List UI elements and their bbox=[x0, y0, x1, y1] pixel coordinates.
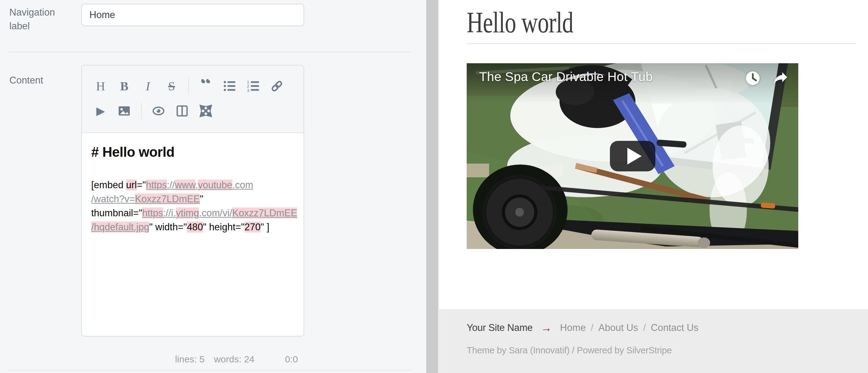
shortcode-url-text: .com bbox=[232, 179, 253, 191]
side-by-side-icon[interactable] bbox=[170, 101, 194, 121]
shortcode-text: =" bbox=[137, 179, 146, 191]
editor-statusbar: lines: 5 words: 24 0:0 bbox=[81, 354, 304, 365]
footer-link-about-us[interactable]: About Us bbox=[598, 322, 638, 334]
preview-icon[interactable] bbox=[147, 101, 170, 121]
shortcode-url-text: /watch?v= bbox=[91, 194, 135, 204]
heading-icon[interactable]: H bbox=[89, 76, 113, 96]
svg-text:3: 3 bbox=[247, 88, 249, 92]
footer-link-home[interactable]: Home bbox=[560, 322, 586, 334]
fullscreen-icon[interactable] bbox=[194, 101, 218, 121]
editor-text-line: [embed url="https://www.youtube.com bbox=[91, 178, 294, 192]
toolbar-row-2: ▶ bbox=[89, 98, 304, 123]
shortcode-url-text: .com/vi/ bbox=[199, 207, 232, 219]
toolbar-row-1: HBIS“123 bbox=[89, 74, 304, 98]
shortcode-url-text: Koxzz7LDmEE bbox=[232, 207, 297, 219]
markdown-editor: HBIS“123 ▶ # Hello world [embed url="htt… bbox=[81, 65, 304, 337]
shortcode-text: 270 bbox=[244, 222, 260, 232]
watch-later-icon[interactable] bbox=[745, 71, 760, 86]
footer-credit: Theme by Sara (Innovatif) / Powered by S… bbox=[467, 345, 672, 355]
editor-text-line: /hqdefault.jpg" width="480" height="270"… bbox=[91, 220, 294, 234]
shortcode-text: 480 bbox=[187, 222, 203, 232]
shortcode-text: [embed bbox=[91, 179, 126, 191]
insert-video-icon[interactable]: ▶ bbox=[89, 101, 113, 121]
footer-link-contact-us[interactable]: Contact Us bbox=[651, 322, 698, 334]
shortcode-text: " ] bbox=[260, 222, 269, 232]
crumb-separator: / bbox=[643, 322, 646, 334]
shortcode-url-text: Koxzz7LDmEE bbox=[135, 194, 199, 204]
italic-glyph: I bbox=[146, 79, 150, 93]
footer-nav-links: Home/About Us/Contact Us bbox=[560, 322, 699, 334]
arrow-right-icon: → bbox=[541, 322, 552, 334]
unordered-list-icon[interactable] bbox=[218, 76, 241, 96]
shortcode-text: " width=" bbox=[149, 222, 187, 232]
navigation-label: Navigation label bbox=[9, 6, 72, 33]
quote-icon[interactable]: “ bbox=[194, 76, 218, 96]
pane-splitter[interactable] bbox=[426, 0, 439, 373]
editor-text-line: thumbnail="https://i.ytimg.com/vi/Koxzz7… bbox=[91, 206, 294, 220]
link-icon[interactable] bbox=[265, 76, 289, 96]
play-button[interactable] bbox=[610, 141, 655, 171]
site-footer: Your Site Name → Home/About Us/Contact U… bbox=[439, 309, 868, 373]
cms-edit-pane: Navigation label Content HBIS“123 ▶ # He… bbox=[0, 0, 426, 373]
shortcode-url-text: :// bbox=[167, 179, 175, 191]
video-overlay-buttons bbox=[745, 71, 788, 86]
content-label: Content bbox=[9, 74, 72, 87]
strikethrough-icon[interactable]: S bbox=[160, 76, 183, 96]
editor-content[interactable]: # Hello world [embed url="https://www.yo… bbox=[82, 133, 304, 336]
shortcode-text: url bbox=[126, 179, 137, 191]
editor-embed-shortcode: [embed url="https://www.youtube.com/watc… bbox=[91, 178, 294, 234]
statusbar-cursor-position: 0:0 bbox=[285, 354, 298, 365]
bold-glyph: B bbox=[120, 79, 129, 93]
editor-toolbar: HBIS“123 ▶ bbox=[82, 65, 304, 133]
insert-video-glyph: ▶ bbox=[96, 105, 105, 117]
insert-image-icon[interactable] bbox=[113, 101, 136, 121]
shortcode-url-text: https bbox=[142, 207, 163, 219]
bold-icon[interactable]: B bbox=[113, 76, 136, 96]
crumb-separator: / bbox=[591, 322, 593, 334]
shortcode-url-text: https bbox=[146, 179, 167, 191]
italic-icon[interactable]: I bbox=[136, 76, 160, 96]
navigation-label-input[interactable] bbox=[81, 4, 304, 26]
toolbar-separator bbox=[188, 78, 189, 94]
share-icon[interactable] bbox=[773, 71, 788, 86]
shortcode-url-text: ://i. bbox=[163, 207, 176, 219]
editor-text-line: /watch?v=Koxzz7LDmEE" bbox=[91, 192, 294, 206]
title-divider bbox=[467, 43, 857, 44]
quote-glyph: “ bbox=[200, 79, 211, 93]
shortcode-url-text: youtube bbox=[198, 179, 232, 191]
shortcode-text: thumbnail=" bbox=[91, 207, 142, 219]
page-title: Hello world bbox=[467, 5, 573, 39]
statusbar-words: words: 24 bbox=[214, 354, 254, 365]
site-name: Your Site Name bbox=[467, 322, 533, 334]
youtube-embed-player[interactable]: The Spa Car Drivable Hot Tub bbox=[467, 63, 798, 249]
ordered-list-icon[interactable]: 123 bbox=[241, 76, 265, 96]
shortcode-url-text: /hqdefault.jpg bbox=[91, 222, 149, 232]
shortcode-text: " bbox=[200, 194, 203, 204]
field-divider bbox=[9, 52, 411, 52]
editor-heading-line: # Hello world bbox=[91, 144, 294, 160]
heading-glyph: H bbox=[96, 79, 105, 93]
statusbar-lines: lines: 5 bbox=[175, 354, 205, 365]
shortcode-url-text: ytimg bbox=[176, 207, 199, 219]
site-preview-pane: Hello world bbox=[439, 0, 868, 373]
play-icon bbox=[627, 148, 642, 165]
field-divider-bottom bbox=[9, 370, 411, 371]
strikethrough-glyph: S bbox=[168, 79, 175, 93]
shortcode-url-text: www bbox=[175, 179, 195, 191]
toolbar-separator bbox=[141, 103, 142, 119]
footer-breadcrumb: Your Site Name → Home/About Us/Contact U… bbox=[467, 322, 699, 334]
shortcode-text: " height=" bbox=[203, 222, 244, 232]
video-title: The Spa Car Drivable Hot Tub bbox=[479, 69, 653, 84]
shortcode-url-text: . bbox=[195, 179, 198, 191]
